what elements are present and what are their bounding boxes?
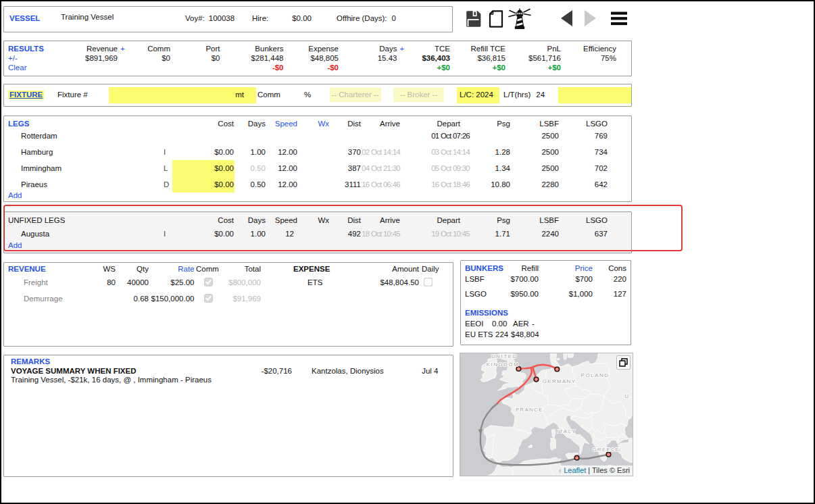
fixture-qty-input[interactable]	[109, 87, 257, 103]
remarks-summary-amount: -$20,716	[262, 367, 292, 376]
vessel-name[interactable]: Training Vessel	[61, 13, 114, 22]
unfixed-leg-dist[interactable]: 492	[348, 230, 361, 238]
bunkers-title[interactable]: BUNKERS	[465, 264, 503, 273]
leg-port[interactable]: Hamburg	[21, 148, 53, 157]
leg-days[interactable]: 0.50	[251, 180, 266, 189]
leg-dist[interactable]: 3111	[345, 180, 361, 189]
leg-dist[interactable]: 387	[348, 164, 361, 173]
revenue-col-rate[interactable]: Rate	[178, 265, 194, 274]
leg-days[interactable]: 1.00	[251, 148, 266, 157]
bunkers-col-cons: Cons	[608, 264, 626, 273]
fixture-extra-input[interactable]	[558, 87, 631, 103]
results-title[interactable]: RESULTS	[8, 45, 44, 53]
leg-lsgo: 702	[595, 164, 608, 173]
revenue-title[interactable]: REVENUE	[8, 265, 46, 274]
results-col-plus[interactable]: +	[400, 45, 405, 53]
bunkers-row-refill[interactable]: $700.00	[510, 275, 539, 284]
revenue-row-ws[interactable]: 80	[107, 278, 116, 287]
port-marker-rotterdam[interactable]	[534, 377, 539, 382]
unfixed-leg-cost[interactable]: $0.00	[214, 230, 234, 238]
unfixed-leg-type[interactable]: I	[164, 230, 166, 238]
fixture-title[interactable]: FIXTURE	[8, 91, 44, 99]
bunkers-col-price[interactable]: Price	[575, 264, 593, 273]
leg-cost[interactable]: $0.00	[214, 164, 234, 173]
back-icon[interactable]	[561, 10, 572, 26]
port-marker-piraeus[interactable]	[606, 452, 611, 457]
leg-cost[interactable]: $0.00	[214, 180, 234, 189]
new-document-icon[interactable]	[488, 10, 504, 28]
revenue-row-qty[interactable]: 40000	[127, 278, 149, 287]
voyage-number: Voy#:100038	[185, 14, 234, 23]
port-marker-augusta[interactable]	[574, 455, 579, 460]
voyage-number-value[interactable]: 100038	[205, 14, 234, 22]
results-col-plus[interactable]: +	[120, 45, 125, 53]
leg-dist[interactable]: 370	[348, 148, 361, 157]
unfixed-leg-port[interactable]: Augusta	[21, 230, 49, 238]
leg-port[interactable]: Piraeus	[21, 180, 47, 189]
revenue-row-label[interactable]: Freight	[24, 278, 48, 287]
fixture-percent-label: %	[304, 91, 311, 99]
leg-port[interactable]: Immingham	[21, 164, 61, 173]
charterer-select[interactable]: -- Charterer --	[330, 88, 381, 102]
bunkers-row-cons: 127	[614, 290, 626, 299]
revenue-comm-checkbox-checked[interactable]	[204, 294, 213, 303]
revenue-row-qty[interactable]: 0.68	[134, 295, 149, 303]
revenue-row-rate[interactable]: $25.00	[170, 278, 194, 287]
remarks-summary-date: Jul 4	[422, 367, 438, 376]
port-marker-hamburg[interactable]	[555, 367, 560, 372]
vessel-label[interactable]: VESSEL	[9, 14, 40, 23]
revenue-row-rate[interactable]: $150,000.00	[151, 295, 195, 303]
leg-type[interactable]: D	[164, 180, 169, 189]
route-map[interactable]: UNITEDKINGDOMGERMANYPOLANDFRANCEITALYGRE…	[460, 353, 633, 476]
legs-title[interactable]: LEGS	[8, 120, 29, 128]
unfixed-legs-col-lsbf: LSBF	[539, 216, 559, 225]
map-label-italy: ITALY	[557, 428, 576, 434]
leg-speed[interactable]: 12.00	[278, 148, 297, 157]
menu-icon[interactable]	[611, 11, 627, 26]
bunkers-row-refill[interactable]: $950.00	[510, 290, 539, 299]
leg-speed[interactable]: 12.00	[278, 164, 297, 173]
offhire-value[interactable]: 0	[387, 14, 396, 22]
leg-arrive: 04 Oct 21:30	[362, 164, 400, 173]
bunkers-row-price[interactable]: $700	[575, 275, 593, 284]
remarks-title[interactable]: REMARKS	[11, 357, 50, 366]
unfixed-legs-col-psg: Psg	[497, 216, 510, 225]
bunkers-row-price[interactable]: $1,000	[569, 290, 593, 299]
legs-col-speed[interactable]: Speed	[275, 120, 297, 128]
leg-days[interactable]: 0.50	[251, 164, 266, 173]
map-layers-button[interactable]	[616, 355, 631, 370]
leg-speed[interactable]: 12.00	[278, 180, 297, 189]
leg-type[interactable]: I	[164, 148, 166, 157]
port-marker-immingham[interactable]	[516, 367, 521, 372]
results-clear[interactable]: Clear	[8, 64, 26, 72]
unfixed-legs-add[interactable]: Add	[8, 241, 22, 250]
unfixed-leg-speed[interactable]: 12	[285, 230, 294, 238]
leaflet-link[interactable]: Leaflet	[564, 466, 586, 474]
leg-cost[interactable]: $0.00	[214, 148, 234, 157]
menu-icon-svg	[611, 11, 627, 26]
laytime-hours-value[interactable]: 24	[530, 91, 545, 99]
revenue-comm-checkbox-checked[interactable]	[204, 278, 213, 286]
leg-lsbf: 2500	[541, 132, 559, 141]
bunkers-col-refill: Refill	[521, 264, 539, 273]
results-col-delta: +$0	[437, 64, 450, 72]
route-map-svg: UNITEDKINGDOMGERMANYPOLANDFRANCEITALYGRE…	[460, 353, 633, 476]
lighthouse-icon[interactable]	[508, 8, 531, 30]
forward-icon[interactable]	[585, 10, 596, 26]
broker-select[interactable]: -- Broker --	[393, 88, 444, 102]
save-icon[interactable]	[465, 10, 482, 28]
emissions-eeoi-value[interactable]: 0.00	[492, 320, 507, 328]
back-icon-svg	[561, 10, 572, 26]
legs-add[interactable]: Add	[8, 191, 22, 200]
results-col-label: Refill TCE	[470, 45, 505, 53]
leg-port[interactable]: Rotterdam	[21, 132, 57, 141]
revenue-row-label[interactable]: Demurrage	[24, 295, 63, 303]
hire-value[interactable]: $0.00	[292, 14, 312, 23]
legs-col-wx[interactable]: Wx	[318, 120, 329, 128]
unfixed-leg-days[interactable]: 1.00	[251, 230, 266, 238]
expense-row-amount[interactable]: $48,804.50	[380, 278, 419, 287]
leg-lsgo: 642	[595, 180, 608, 189]
leg-type[interactable]: L	[164, 164, 168, 173]
results-adjust[interactable]: +/-	[8, 54, 18, 63]
expense-daily-checkbox-unchecked[interactable]	[424, 278, 433, 286]
